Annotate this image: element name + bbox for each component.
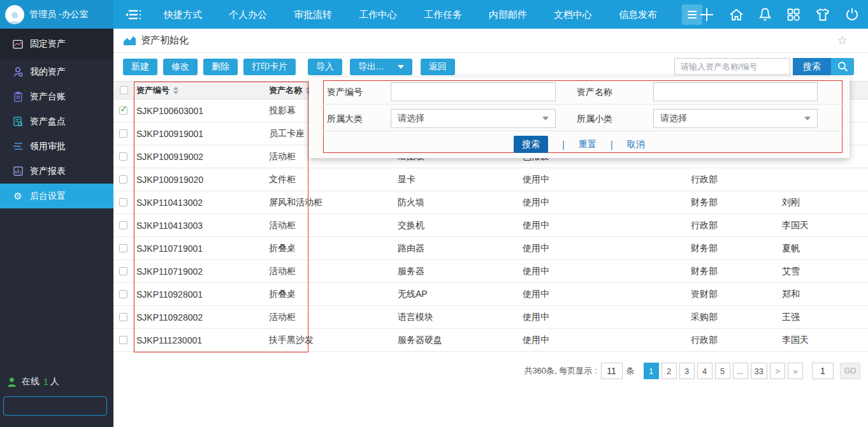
sidebar-item-asset-reports[interactable]: 资产报表	[0, 159, 113, 184]
nav-document-center[interactable]: 文档中心	[540, 0, 605, 29]
import-button[interactable]: 导入	[308, 59, 342, 75]
sidebar-search-input[interactable]	[4, 397, 126, 415]
table-row[interactable]: ✓ SJKP110928002 活动柜 语言模块 使用中 采购部 王强	[113, 306, 868, 329]
select-all-checkbox[interactable]	[120, 86, 128, 94]
row-checkbox[interactable]: ✓	[119, 221, 127, 229]
document-search-icon	[13, 117, 23, 127]
separator: |	[562, 140, 565, 150]
delete-button[interactable]: 删除	[203, 59, 238, 75]
separator: |	[611, 140, 613, 150]
major-category-label: 所属大类	[327, 113, 363, 125]
nav-shortcuts[interactable]: 快捷方式	[150, 0, 215, 29]
last-page-button[interactable]: »	[788, 363, 803, 379]
modify-button[interactable]: 修改	[163, 59, 198, 75]
chevron-down-icon	[804, 117, 811, 120]
asset-name-input[interactable]	[653, 82, 818, 101]
page-size-input[interactable]	[601, 363, 623, 379]
print-card-button[interactable]: 打印卡片	[243, 59, 296, 75]
table-row[interactable]: ✓ SJKP110928001 折叠桌 无线AP 使用中 资财部 郑和	[113, 283, 868, 306]
table-row[interactable]: ✓ SJKP100919020 文件柜 显卡 使用中 行政部	[113, 168, 868, 191]
favorite-star-icon[interactable]: ☆	[837, 33, 848, 48]
theme-shirt-icon[interactable]	[815, 8, 830, 22]
export-dropdown-button[interactable]: 导出...	[350, 59, 412, 75]
table-row[interactable]: ✓ SJKP110719002 活动柜 服务器 使用中 财务部 艾雪	[113, 260, 868, 283]
row-checkbox[interactable]: ✓	[119, 244, 127, 252]
sidebar-collapse-icon[interactable]	[125, 9, 141, 20]
nav-info-publish[interactable]: 信息发布	[605, 0, 670, 29]
sort-icon[interactable]	[173, 87, 178, 94]
pagination-unit: 条	[626, 365, 635, 377]
nav-work-tasks[interactable]: 工作任务	[410, 0, 475, 29]
pagination: 共360条, 每页显示 : 条 1 2 3 4 5 ... 33 > » GO	[524, 363, 860, 379]
sidebar-item-label: 后台设置	[30, 191, 66, 202]
page-button-5[interactable]: 5	[715, 363, 730, 379]
apps-grid-icon[interactable]	[786, 8, 800, 22]
asset-dept: 行政部	[688, 220, 779, 231]
page-jump-input[interactable]	[812, 363, 834, 379]
row-checkbox[interactable]: ✓	[119, 290, 127, 298]
major-category-value: 请选择	[398, 113, 424, 124]
sidebar-item-asset-inventory[interactable]: 资产盘点	[0, 109, 113, 134]
row-checkbox[interactable]: ✓	[119, 267, 127, 275]
page-button-3[interactable]: 3	[679, 363, 695, 379]
page-button-1[interactable]: 1	[644, 363, 659, 379]
table-row[interactable]: ✓ SJKP110413002 屏风和活动柜 防火墙 使用中 财务部 刘刚	[113, 191, 868, 214]
row-checkbox[interactable]: ✓	[119, 198, 127, 206]
home-icon[interactable]	[729, 8, 744, 22]
table-row[interactable]: ✓ SJKP110719001 折叠桌 路由器 使用中 财务部 夏帆	[113, 237, 868, 260]
table-row[interactable]: ✓ SJKP111230001 扶手黑沙发 服务器硬盘 使用中 行政部 李国天	[113, 329, 868, 352]
power-logout-icon[interactable]	[845, 7, 859, 22]
asset-status: 使用中	[520, 266, 688, 277]
sidebar-item-asset-ledger[interactable]: 资产台账	[0, 84, 113, 109]
report-icon	[13, 166, 23, 176]
next-page-button[interactable]: >	[770, 363, 785, 379]
asset-dept: 财务部	[688, 243, 779, 254]
asset-status: 使用中	[520, 289, 688, 300]
page-button-4[interactable]: 4	[697, 363, 712, 379]
major-category-select[interactable]: 请选择	[391, 109, 556, 128]
user-area[interactable]: 管理员 -办公室	[0, 0, 113, 29]
asset-name: 屏风和活动柜	[266, 197, 395, 208]
row-checkbox[interactable]: ✓	[119, 313, 127, 321]
asset-code-input[interactable]	[391, 82, 556, 101]
row-checkbox[interactable]: ✓	[119, 175, 127, 184]
page-button-2[interactable]: 2	[662, 363, 677, 379]
nav-work-center[interactable]: 工作中心	[345, 0, 410, 29]
back-button[interactable]: 返回	[421, 59, 455, 75]
quick-search-group: 搜索	[674, 58, 854, 75]
online-count: 1	[43, 377, 48, 387]
row-checkbox[interactable]: ✓	[119, 106, 127, 115]
app-window: 管理员 -办公室 快捷方式 个人办公 审批流转 工作中心 工作任务 内部邮件 文…	[0, 0, 868, 427]
minor-category-select[interactable]: 请选择	[653, 109, 818, 128]
asset-name: 活动柜	[266, 266, 395, 277]
nav-personal-office[interactable]: 个人办公	[215, 0, 280, 29]
table-row[interactable]: ✓ SJKP110413003 活动柜 交换机 使用中 行政部 李国天	[113, 214, 868, 237]
quick-search-button[interactable]: 搜索	[793, 58, 831, 75]
popup-cancel-link[interactable]: 取消	[627, 139, 645, 150]
nav-internal-mail[interactable]: 内部邮件	[475, 0, 540, 29]
asset-name: 折叠桌	[266, 289, 395, 300]
popup-reset-link[interactable]: 重置	[579, 139, 597, 150]
sidebar-item-backend-settings[interactable]: ⚙ 后台设置	[0, 184, 113, 208]
sidebar-item-requisition-approval[interactable]: 领用审批	[0, 134, 113, 159]
row-checkbox[interactable]: ✓	[119, 129, 127, 138]
quick-search-input[interactable]	[674, 58, 790, 75]
new-button[interactable]: 新建	[123, 59, 157, 75]
go-button[interactable]: GO	[840, 363, 860, 379]
page-button-33[interactable]: 33	[751, 363, 767, 379]
sidebar-item-fixed-assets[interactable]: 固定资产	[0, 29, 113, 59]
clipboard-icon	[13, 92, 23, 102]
sidebar-item-my-assets[interactable]: 我的资产	[0, 59, 113, 84]
row-checkbox[interactable]: ✓	[119, 152, 127, 161]
nav-approval-flow[interactable]: 审批流转	[280, 0, 345, 29]
add-icon[interactable]	[699, 7, 714, 22]
popup-search-button[interactable]: 搜索	[514, 136, 548, 153]
search-magnifier-button[interactable]	[831, 58, 854, 75]
popup-divider	[323, 104, 843, 105]
chevron-down-icon	[398, 65, 404, 69]
sidebar-item-label: 领用审批	[30, 141, 66, 152]
asset-name: 文件柜	[266, 174, 395, 185]
row-checkbox[interactable]: ✓	[119, 336, 127, 344]
header-asset-code[interactable]: 资产编号	[134, 85, 266, 96]
notifications-bell-icon[interactable]	[758, 7, 772, 22]
